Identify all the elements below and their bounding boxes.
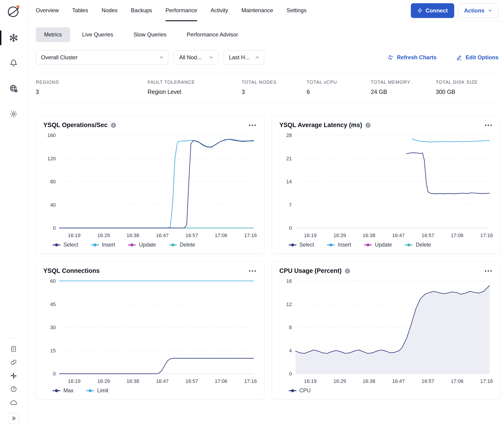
legend-marker bbox=[289, 244, 297, 245]
chart-title: YSQL Connections bbox=[43, 267, 100, 275]
stat-value: 3 bbox=[36, 89, 148, 95]
legend-item-cpu[interactable]: CPU bbox=[289, 387, 311, 394]
sidebar-item-slack[interactable] bbox=[10, 372, 17, 380]
link-icon bbox=[10, 359, 17, 366]
svg-text:17:06: 17:06 bbox=[451, 378, 463, 384]
sidebar-expand-button[interactable] bbox=[8, 413, 19, 424]
svg-text:0: 0 bbox=[53, 225, 56, 231]
info-icon[interactable]: i bbox=[365, 123, 371, 128]
tab-backups[interactable]: Backups bbox=[131, 0, 152, 21]
cloud-icon bbox=[10, 399, 17, 406]
legend-marker bbox=[128, 244, 136, 245]
info-icon[interactable]: i bbox=[345, 268, 350, 274]
svg-text:16:57: 16:57 bbox=[422, 232, 434, 238]
chart-menu-button[interactable] bbox=[484, 268, 493, 274]
legend-item-select[interactable]: Select bbox=[53, 242, 78, 248]
sidebar-item-clusters[interactable] bbox=[0, 30, 27, 46]
sidebar-item-settings[interactable] bbox=[0, 106, 27, 122]
yugabyte-logo[interactable] bbox=[7, 3, 21, 19]
sidebar-divider bbox=[7, 338, 20, 339]
tab-overview[interactable]: Overview bbox=[36, 0, 59, 21]
svg-text:30: 30 bbox=[50, 324, 56, 330]
connect-button-label: Connect bbox=[426, 7, 448, 14]
legend-item-insert[interactable]: Insert bbox=[91, 242, 115, 248]
stat-value: Region Level bbox=[148, 89, 242, 95]
sidebar-item-cloud[interactable] bbox=[10, 399, 17, 407]
refresh-icon bbox=[387, 54, 394, 61]
stat-value: 3 bbox=[242, 89, 307, 95]
legend-item-select[interactable]: Select bbox=[289, 242, 314, 248]
stat-total-memory: TOTAL MEMORY 24 GB bbox=[371, 80, 436, 95]
chevron-down-icon bbox=[255, 55, 260, 60]
legend-item-insert[interactable]: Insert bbox=[327, 242, 351, 248]
sidebar-item-network-access[interactable] bbox=[0, 81, 27, 96]
cluster-scope-select[interactable]: Overall Cluster bbox=[36, 50, 168, 65]
svg-text:16:38: 16:38 bbox=[127, 232, 139, 238]
edit-options-button[interactable]: Edit Options bbox=[456, 54, 498, 61]
tab-performance[interactable]: Performance bbox=[166, 0, 197, 21]
chart-menu-button[interactable] bbox=[484, 122, 493, 128]
actions-button[interactable]: Actions bbox=[458, 3, 498, 18]
bolt-icon bbox=[417, 8, 423, 13]
svg-text:17:06: 17:06 bbox=[215, 378, 227, 384]
stat-fault-tolerance: FAULT TOLERANCE Region Level bbox=[148, 80, 242, 95]
sidebar-item-alerts[interactable] bbox=[0, 55, 27, 71]
svg-text:120: 120 bbox=[47, 156, 56, 161]
legend-item-update[interactable]: Update bbox=[128, 242, 156, 248]
legend-item-delete[interactable]: Delete bbox=[169, 242, 195, 248]
nodes-select[interactable]: All Nod... bbox=[174, 50, 218, 65]
legend-item-max[interactable]: Max bbox=[53, 387, 73, 394]
legend-item-update[interactable]: Update bbox=[364, 242, 392, 248]
svg-text:21: 21 bbox=[286, 156, 292, 161]
connect-button[interactable]: Connect bbox=[411, 3, 454, 18]
info-icon[interactable]: i bbox=[111, 123, 116, 128]
tab-nodes[interactable]: Nodes bbox=[101, 0, 117, 21]
chart-card-cpu-usage: CPU Usage (Percent) i 048121616:1916:291… bbox=[272, 261, 501, 400]
svg-text:80: 80 bbox=[50, 179, 56, 185]
legend-marker bbox=[289, 390, 297, 391]
legend-label: Update bbox=[375, 242, 392, 248]
chart-menu-button[interactable] bbox=[248, 268, 257, 274]
time-range-select[interactable]: Last H... bbox=[224, 50, 264, 65]
chart-canvas-ysql-operations[interactable]: 0408012016016:1916:2916:3816:4716:5717:0… bbox=[43, 131, 257, 241]
subtab-metrics[interactable]: Metrics bbox=[36, 27, 70, 42]
stat-value: 24 GB bbox=[371, 89, 436, 95]
tab-settings[interactable]: Settings bbox=[287, 0, 307, 21]
legend-item-limit[interactable]: Limit bbox=[86, 387, 108, 394]
chart-card-ysql-operations: YSQL Operations/Sec i 0408012016016:1916… bbox=[36, 115, 265, 254]
yugabyte-logo-icon bbox=[7, 4, 21, 18]
legend-label: Select bbox=[63, 242, 78, 248]
tab-tables[interactable]: Tables bbox=[72, 0, 88, 21]
subtab-live-queries[interactable]: Live Queries bbox=[74, 27, 122, 42]
chart-legend: MaxLimit bbox=[53, 387, 257, 394]
svg-text:16:29: 16:29 bbox=[333, 378, 346, 384]
chart-canvas-ysql-latency[interactable]: 0714212816:1916:2916:3816:4716:5717:0617… bbox=[279, 131, 493, 241]
sidebar-item-docs[interactable] bbox=[10, 346, 17, 353]
main-content: Overview Tables Nodes Backups Performanc… bbox=[27, 0, 504, 400]
svg-text:0: 0 bbox=[289, 371, 292, 377]
chart-canvas-ysql-connections[interactable]: 01530456016:1916:2916:3816:4716:5717:061… bbox=[43, 276, 257, 386]
cluster-network-icon bbox=[9, 34, 18, 42]
sidebar-item-integrations[interactable] bbox=[10, 359, 17, 367]
legend-marker bbox=[169, 244, 177, 245]
chart-menu-button[interactable] bbox=[248, 122, 257, 128]
svg-text:16:47: 16:47 bbox=[392, 378, 405, 384]
chart-canvas-cpu-usage[interactable]: 048121616:1916:2916:3816:4716:5717:0617:… bbox=[279, 276, 493, 386]
subtab-performance-advisor[interactable]: Performance Advisor bbox=[178, 27, 247, 42]
tab-maintenance[interactable]: Maintenance bbox=[241, 0, 273, 21]
svg-text:16:47: 16:47 bbox=[156, 232, 169, 238]
subtab-slow-queries[interactable]: Slow Queries bbox=[125, 27, 175, 42]
svg-text:0: 0 bbox=[289, 225, 292, 231]
chart-title: YSQL Average Latency (ms) bbox=[279, 122, 362, 129]
chevron-down-icon bbox=[488, 8, 493, 13]
svg-text:16:38: 16:38 bbox=[363, 232, 375, 238]
legend-marker bbox=[53, 244, 60, 245]
svg-text:16:19: 16:19 bbox=[304, 232, 317, 238]
tab-activity[interactable]: Activity bbox=[211, 0, 228, 21]
legend-label: Insert bbox=[102, 242, 115, 248]
sidebar-item-help[interactable] bbox=[10, 386, 17, 393]
legend-item-delete[interactable]: Delete bbox=[405, 242, 431, 248]
svg-text:16:57: 16:57 bbox=[186, 378, 198, 384]
actions-button-label: Actions bbox=[464, 7, 484, 14]
refresh-charts-button[interactable]: Refresh Charts bbox=[387, 54, 436, 61]
